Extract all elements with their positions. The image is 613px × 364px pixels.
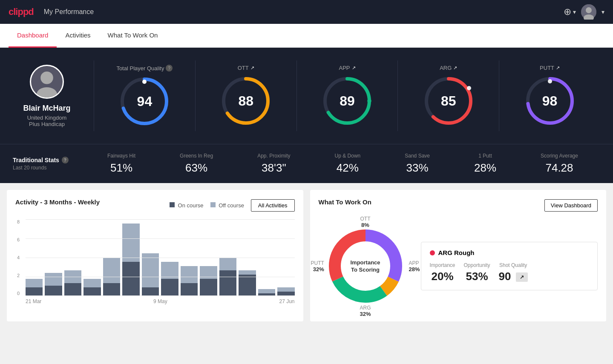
trad-stats-label: Traditional Stats ? Last 20 rounds (13, 157, 81, 171)
bar-on-1 (45, 286, 62, 296)
y-axis: 8 6 4 2 0 (15, 219, 21, 296)
bar-group-4 (103, 219, 120, 296)
donut-label-ott: OTT 8% (360, 216, 371, 228)
donut-label-app: APP 28% (409, 260, 420, 272)
bar-off-4 (103, 258, 120, 283)
y-label-0: 0 (17, 291, 20, 296)
trad-sand-value: 33% (405, 161, 430, 175)
arg-importance-value: 20% (430, 270, 455, 283)
y-label-4: 4 (17, 255, 20, 260)
bar-group-3 (83, 219, 101, 296)
trad-app-value: 38'3" (257, 161, 290, 175)
arg-rough-card: ARG Rough Importance 20% Opportunity 53%… (421, 242, 598, 290)
arg-opportunity-label: Opportunity (464, 262, 490, 268)
arg-sq-value: 90 ↗ (499, 270, 528, 283)
player-name: Blair McHarg (23, 104, 70, 113)
view-dashboard-button[interactable]: View Dashboard (544, 199, 598, 212)
player-country: United Kingdom (27, 115, 67, 121)
add-button[interactable]: ⊕ ▾ (564, 6, 576, 17)
gauge-putt-value: 98 (542, 93, 558, 109)
hero-section: Blair McHarg United Kingdom Plus Handica… (0, 48, 613, 144)
tab-dashboard[interactable]: Dashboard (9, 24, 57, 48)
bar-group-2 (64, 219, 81, 296)
bar-group-8 (181, 219, 198, 296)
trad-fairways-value: 51% (107, 161, 135, 175)
arg-importance-label: Importance (430, 262, 455, 268)
gauge-total-value: 94 (137, 94, 153, 109)
gauge-arg-value: 85 (441, 93, 456, 109)
chart-controls: On course Off course All Activities (170, 199, 295, 212)
top-nav: clippd My Performance ⊕ ▾ ▾ (0, 0, 613, 24)
trad-scoring: Scoring Average 74.28 (541, 153, 578, 175)
what-to-work-on-panel: What To Work On View Dashboard (310, 190, 607, 321)
bar-on-10 (219, 270, 236, 296)
bar-on-2 (64, 283, 81, 296)
wtwo-title: What To Work On (319, 198, 371, 206)
tab-activities[interactable]: Activities (57, 24, 99, 48)
metrics-section: Total Player Quality ? 94 OTT ↗ (94, 60, 600, 131)
app-arrow: ↗ (352, 65, 356, 71)
avatar[interactable] (581, 4, 596, 20)
metric-putt-label: PUTT ↗ (540, 65, 560, 71)
y-label-2: 2 (17, 273, 20, 278)
bar-group-12 (258, 219, 275, 296)
svg-point-4 (40, 71, 53, 84)
trad-up-down: Up & Down 42% (335, 153, 361, 175)
all-activities-button[interactable]: All Activities (251, 199, 295, 212)
bar-off-9 (200, 266, 217, 279)
bar-chart-container: 8 6 4 2 0 21 Mar 9 May 27 Jun (15, 219, 295, 304)
trad-1putt-value: 28% (474, 161, 496, 175)
trad-app-label: App. Proximity (257, 153, 290, 159)
gauge-total: 94 (119, 76, 170, 127)
donut-line1: Importance (350, 259, 380, 267)
bar-on-11 (239, 275, 256, 296)
trad-fairways-label: Fairways Hit (107, 153, 135, 159)
x-label-may: 9 May (153, 298, 167, 304)
arg-importance: Importance 20% (430, 262, 455, 283)
arg-dot (430, 250, 435, 255)
bar-off-11 (239, 270, 256, 275)
ott-arrow: ↗ (250, 65, 254, 71)
trad-1putt: 1 Putt 28% (474, 153, 496, 175)
metric-app: APP ↗ 89 (297, 60, 398, 131)
arg-opportunity: Opportunity 53% (464, 262, 490, 283)
bar-off-0 (26, 279, 43, 287)
bar-on-6 (142, 287, 159, 296)
chart-header: Activity - 3 Months - Weekly On course O… (15, 198, 295, 212)
bar-on-5 (122, 262, 139, 296)
chart-title: Activity - 3 Months - Weekly (15, 198, 100, 206)
trad-updown-value: 42% (335, 161, 361, 175)
trad-greens-label: Greens In Reg (180, 153, 213, 159)
bar-off-12 (258, 289, 275, 293)
x-axis: 21 Mar 9 May 27 Jun (15, 298, 295, 304)
trad-greens-value: 63% (180, 161, 213, 175)
question-icon: ? (166, 65, 173, 72)
bar-off-5 (122, 224, 139, 262)
bar-group-1 (45, 219, 62, 296)
bar-on-7 (161, 279, 178, 296)
bar-on-3 (83, 287, 101, 296)
tab-what-to-work-on[interactable]: What To Work On (99, 24, 167, 48)
bar-group-0 (26, 219, 43, 296)
svg-point-16 (467, 86, 471, 90)
metric-ott: OTT ↗ 88 (196, 60, 297, 131)
nav-title: My Performance (44, 8, 94, 16)
legend-on-course: On course (170, 202, 204, 209)
avatar-dropdown-icon: ▾ (601, 9, 604, 15)
tabs-bar: Dashboard Activities What To Work On (0, 24, 613, 48)
svg-point-1 (586, 7, 592, 13)
trad-question-icon: ? (62, 157, 69, 163)
arg-opportunity-value: 53% (464, 270, 490, 283)
trad-sand-save: Sand Save 33% (405, 153, 430, 175)
trad-stats-title: Traditional Stats ? (13, 157, 81, 163)
gauge-ott: 88 (220, 75, 271, 126)
trad-fairways: Fairways Hit 51% (107, 153, 135, 175)
bottom-panels: Activity - 3 Months - Weekly On course O… (0, 183, 613, 328)
arg-rough-metrics: Importance 20% Opportunity 53% Shot Qual… (430, 262, 589, 283)
bar-off-1 (45, 273, 62, 286)
bar-off-3 (83, 279, 101, 287)
activity-panel: Activity - 3 Months - Weekly On course O… (7, 190, 303, 321)
trad-scoring-value: 74.28 (541, 161, 578, 175)
gauge-putt: 98 (524, 75, 576, 126)
metric-ott-label: OTT ↗ (238, 65, 254, 71)
